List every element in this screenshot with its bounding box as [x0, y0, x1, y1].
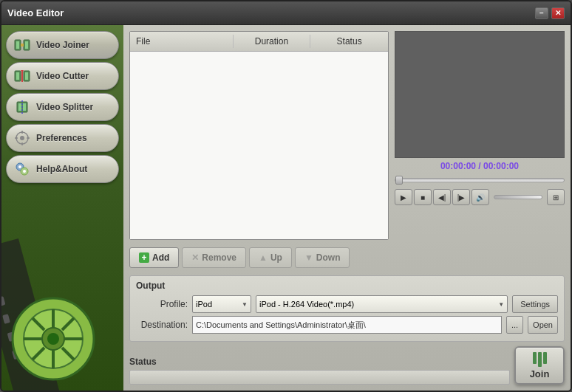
add-button[interactable]: + Add [129, 247, 179, 268]
sidebar-item-video-splitter[interactable]: Video Splitter [6, 93, 119, 121]
status-title: Status [129, 357, 510, 367]
add-label: Add [152, 252, 169, 263]
svg-rect-19 [15, 137, 18, 139]
add-icon: + [139, 252, 149, 263]
volume-slider[interactable] [494, 195, 542, 199]
svg-rect-3 [25, 41, 28, 49]
minimize-button[interactable]: − [535, 7, 548, 19]
file-list-header: File Duration Status [130, 32, 388, 52]
settings-button[interactable]: Settings [512, 295, 558, 313]
down-button[interactable]: ▼ Down [295, 247, 350, 268]
sidebar-item-label-splitter: Video Splitter [36, 102, 93, 112]
sidebar-item-help-about[interactable]: Help&About [6, 155, 119, 183]
sidebar-item-label-cutter: Video Cutter [36, 71, 89, 81]
join-bar-1 [533, 352, 537, 364]
film-reel-decoration [1, 228, 123, 391]
svg-rect-20 [27, 137, 30, 139]
sidebar-item-video-joiner[interactable]: Video Joiner [6, 31, 119, 59]
profile-value: iPod [196, 300, 212, 309]
main-content: File Duration Status 00:00:00 / 00:00:00 [123, 25, 571, 391]
destination-label: Destination: [136, 320, 188, 330]
next-frame-button[interactable]: |▶ [452, 189, 470, 205]
settings-label: Settings [520, 300, 550, 309]
format-value: iPod - H.264 Video(*.mp4) [259, 300, 354, 309]
col-file: File [130, 35, 234, 48]
up-button[interactable]: ▲ Up [249, 247, 292, 268]
action-buttons-row: + Add ✕ Remove ▲ Up ▼ Down [129, 244, 565, 271]
time-current: 00:00:00 [440, 161, 476, 171]
sidebar-item-label-help: Help&About [36, 164, 87, 174]
join-bar-3 [543, 352, 547, 364]
up-icon: ▲ [259, 252, 268, 263]
title-bar: Video Editor − ✕ [1, 1, 571, 25]
profile-row: Profile: iPod ▼ iPod - H.264 Video(*.mp4… [136, 295, 558, 313]
video-splitter-icon [14, 99, 30, 115]
profile-dropdown[interactable]: iPod ▼ [192, 295, 251, 313]
seek-track[interactable] [395, 178, 565, 182]
format-dropdown-arrow: ▼ [498, 301, 504, 308]
open-button[interactable]: Open [528, 316, 558, 334]
remove-label: Remove [202, 252, 236, 263]
browse-label: ... [511, 320, 518, 329]
profile-dropdown-arrow: ▼ [242, 301, 248, 308]
destination-input[interactable] [192, 316, 502, 334]
playback-controls: ▶ ■ ◀| |▶ 🔊 ⊞ [395, 189, 565, 205]
col-status: Status [310, 35, 388, 48]
svg-rect-13 [23, 103, 26, 111]
svg-rect-17 [21, 131, 23, 134]
status-area: Status [129, 357, 510, 385]
sidebar-item-video-cutter[interactable]: Video Cutter [6, 62, 119, 90]
join-icon [533, 352, 547, 367]
file-list-body[interactable] [130, 52, 388, 239]
svg-point-16 [20, 136, 24, 140]
seek-bar[interactable] [395, 174, 565, 186]
sidebar-item-preferences[interactable]: Preferences [6, 124, 119, 152]
join-bar-2 [538, 352, 542, 367]
window-title: Video Editor [7, 7, 64, 18]
stop-button[interactable]: ■ [414, 189, 432, 205]
svg-rect-6 [16, 72, 19, 80]
preferences-icon [14, 130, 30, 146]
volume-button[interactable]: 🔊 [471, 189, 489, 205]
status-bar [129, 370, 510, 385]
svg-rect-8 [25, 72, 28, 80]
svg-point-24 [23, 170, 26, 173]
seek-thumb[interactable] [395, 176, 403, 185]
svg-rect-1 [16, 41, 19, 49]
sidebar-item-label-joiner: Video Joiner [36, 40, 89, 50]
close-button[interactable]: ✕ [551, 7, 565, 19]
time-total: 00:00:00 [483, 161, 519, 171]
preview-panel: 00:00:00 / 00:00:00 ▶ ■ ◀| |▶ 🔊 [395, 31, 565, 240]
sidebar-item-label-prefs: Preferences [36, 133, 87, 143]
up-label: Up [270, 252, 282, 263]
svg-rect-12 [18, 103, 21, 111]
col-duration: Duration [234, 35, 311, 48]
remove-button[interactable]: ✕ Remove [182, 247, 246, 268]
svg-marker-10 [21, 70, 24, 73]
open-label: Open [533, 320, 553, 329]
video-preview [395, 31, 565, 158]
time-sep: / [476, 161, 483, 171]
svg-point-22 [18, 165, 21, 168]
title-bar-controls: − ✕ [535, 7, 565, 19]
play-button[interactable]: ▶ [395, 189, 412, 205]
svg-rect-4 [21, 44, 24, 47]
browse-button[interactable]: ... [506, 316, 523, 334]
join-button[interactable]: Join [514, 346, 565, 385]
destination-row: Destination: ... Open [136, 316, 558, 334]
preview-time: 00:00:00 / 00:00:00 [395, 161, 565, 171]
video-cutter-icon [14, 68, 30, 84]
profile-label: Profile: [136, 299, 188, 309]
fullscreen-button[interactable]: ⊞ [547, 189, 565, 205]
down-label: Down [316, 252, 341, 263]
sidebar: Video Joiner Video Cutter [1, 25, 123, 391]
top-section: File Duration Status 00:00:00 / 00:00:00 [129, 31, 565, 240]
help-about-icon [14, 161, 30, 177]
join-label: Join [530, 368, 550, 379]
output-section: Output Profile: iPod ▼ iPod - H.264 Vide… [129, 275, 565, 342]
video-joiner-icon [14, 37, 30, 53]
remove-icon: ✕ [191, 252, 199, 263]
prev-frame-button[interactable]: ◀| [433, 189, 451, 205]
format-dropdown[interactable]: iPod - H.264 Video(*.mp4) ▼ [256, 295, 508, 313]
down-icon: ▼ [304, 252, 313, 263]
